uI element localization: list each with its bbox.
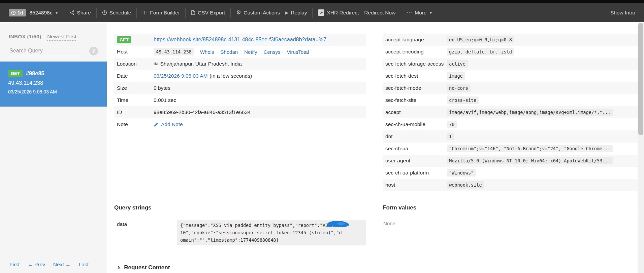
code-line: 10","cookie":"session=super-secret-token… xyxy=(180,229,363,236)
header-row: user-agent Mozilla/5.0 (Windows NT 10.0;… xyxy=(383,155,638,167)
date-link[interactable]: 03/25/2026 9:08:03 AM xyxy=(154,73,207,79)
replay-button[interactable]: ▶ Replay xyxy=(285,10,307,16)
form-values-empty-label: None xyxy=(383,221,638,226)
gear-icon: ⚙ xyxy=(236,10,241,15)
last-page-link[interactable]: Last xyxy=(79,262,89,268)
share-label: Share xyxy=(77,10,91,16)
header-value: no-cors xyxy=(447,84,471,92)
nav-divider xyxy=(64,8,64,18)
chevron-down-icon: ▼ xyxy=(55,11,58,15)
request-ip-label: 49.43.114.238 xyxy=(8,80,99,86)
show-intro-button[interactable]: Show Intro xyxy=(610,10,635,16)
nav-divider xyxy=(312,8,313,18)
host-ip-value: 49.43.114.238 xyxy=(154,48,194,55)
header-value: ?0 xyxy=(447,121,457,128)
request-content-toggle[interactable]: › Request Content xyxy=(114,259,638,271)
token-age-badge: 1d xyxy=(9,9,26,16)
document-icon xyxy=(191,10,195,15)
location-row: Location IN Shahjahanpur, Uttar Pradesh,… xyxy=(114,58,366,70)
vertical-scrollbar-thumb[interactable] xyxy=(638,23,643,135)
nav-divider xyxy=(230,8,231,18)
prev-page-link[interactable]: ← Prev xyxy=(28,262,45,268)
header-name: sec-ch-ua-mobile xyxy=(385,121,447,128)
date-row: Date 03/25/2026 9:08:03 AM (in a few sec… xyxy=(114,70,366,82)
request-list-item-selected[interactable]: GET #98e85 49.43.114.238 03/25/2026 9:08… xyxy=(0,62,107,107)
header-value: image xyxy=(447,72,465,80)
header-value: gzip, deflate, br, zstd xyxy=(447,48,514,55)
header-row: sec-ch-ua-platform "Windows" xyxy=(383,167,638,179)
header-row: sec-fetch-mode no-cors xyxy=(383,82,638,94)
query-strings-title: Query strings xyxy=(114,204,366,215)
schedule-button[interactable]: Schedule xyxy=(102,10,131,16)
ip-lookup-link[interactable]: Netify xyxy=(244,49,257,55)
url-row: GET https://webhook.site/8524898c-4131-4… xyxy=(114,34,366,46)
form-values-section: Form values None xyxy=(383,204,638,226)
header-row: accept-encoding gzip, deflate, br, zstd xyxy=(383,46,638,58)
id-value: 98e85969-2b30-42fa-a846-a3513f1e6634 xyxy=(154,109,251,115)
header-name: accept-language xyxy=(385,36,447,43)
code-line: {"message":"XSS via padded entity bypass… xyxy=(180,222,363,229)
size-row: Size 0 bytes xyxy=(114,82,366,94)
time-label: Time xyxy=(117,97,154,103)
xhr-redirect-button[interactable]: ↗ XHR Redirect xyxy=(318,9,359,16)
header-row: sec-fetch-dest image xyxy=(383,70,638,82)
nav-divider xyxy=(96,8,97,18)
more-dropdown[interactable]: ⋯ More ▼ xyxy=(407,9,432,16)
help-icon[interactable]: ? xyxy=(89,47,98,55)
share-button[interactable]: Share xyxy=(69,10,91,16)
header-name: sec-ch-ua xyxy=(385,145,447,152)
header-value: Mozilla/5.0 (Windows NT 10.0; Win64; x64… xyxy=(447,157,613,164)
first-page-link[interactable]: First xyxy=(9,262,20,268)
header-value: en-US,en;q=0.9,hi;q=0.8 xyxy=(447,36,514,43)
custom-actions-button[interactable]: ⚙ Custom Actions xyxy=(236,10,280,16)
redirect-now-label: Redirect Now xyxy=(364,10,395,16)
header-name: accept-encoding xyxy=(385,48,447,55)
form-builder-label: Form Builder xyxy=(150,10,180,16)
header-value: 1 xyxy=(447,133,454,140)
token-dropdown[interactable]: 8524898c ▼ xyxy=(29,10,58,16)
next-page-link[interactable]: Next → xyxy=(53,262,71,268)
sort-order-toggle[interactable]: Newest First xyxy=(47,34,76,41)
csv-export-button[interactable]: CSV Export xyxy=(191,10,225,16)
top-black-strip xyxy=(0,0,644,3)
request-url-link[interactable]: https://webhook.site/8524898c-4131-484c-… xyxy=(154,37,331,43)
header-name: dnt xyxy=(385,133,447,140)
nav-divider xyxy=(401,8,401,18)
share-icon xyxy=(69,10,74,15)
redirect-now-button[interactable]: Redirect Now xyxy=(364,10,395,16)
header-name: sec-fetch-dest xyxy=(385,73,447,79)
header-value: active xyxy=(447,60,468,68)
id-row: ID 98e85969-2b30-42fa-a846-a3513f1e6634 xyxy=(114,106,366,118)
replay-label: Replay xyxy=(291,10,307,16)
method-badge: GET xyxy=(117,36,131,43)
add-note-button[interactable]: Add Note xyxy=(154,121,183,127)
header-row: sec-ch-ua-mobile ?0 xyxy=(383,118,638,130)
time-row: Time 0.001 sec xyxy=(114,94,366,106)
header-value: image/avif,image/webp,image/apng,image/s… xyxy=(447,109,613,116)
ip-lookup-link[interactable]: Shodan xyxy=(220,49,238,55)
method-badge: GET xyxy=(8,70,23,77)
more-label: More xyxy=(415,10,426,16)
note-row: Note Add Note xyxy=(114,118,366,130)
ip-lookup-link[interactable]: Censys xyxy=(263,49,280,55)
country-code-label: IN xyxy=(154,62,158,66)
host-label: Host xyxy=(117,49,154,55)
time-value: 0.001 sec xyxy=(154,97,176,103)
form-values-title: Form values xyxy=(383,204,638,215)
search-input[interactable] xyxy=(9,46,80,56)
request-headers-table: accept-language en-US,en;q=0.9,hi;q=0.8 … xyxy=(383,34,638,191)
header-row: dnt 1 xyxy=(383,130,638,143)
form-builder-button[interactable]: Form Builder xyxy=(142,10,180,16)
pencil-icon xyxy=(154,122,159,127)
location-label: Location xyxy=(117,61,154,67)
ip-lookup-link[interactable]: VirusTotal xyxy=(287,49,309,55)
query-param-value-code[interactable]: {"message":"XSS via padded entity bypass… xyxy=(177,220,366,245)
location-value: Shahjahanpur, Uttar Pradesh, India xyxy=(160,61,242,67)
clock-icon xyxy=(102,10,107,15)
vertical-scrollbar-track[interactable] xyxy=(638,22,644,273)
play-icon: ▶ xyxy=(285,10,288,15)
header-name: sec-ch-ua-platform xyxy=(385,169,447,176)
header-name: accept xyxy=(385,109,447,116)
nav-divider xyxy=(136,8,137,18)
ip-lookup-link[interactable]: Whois xyxy=(200,49,214,55)
